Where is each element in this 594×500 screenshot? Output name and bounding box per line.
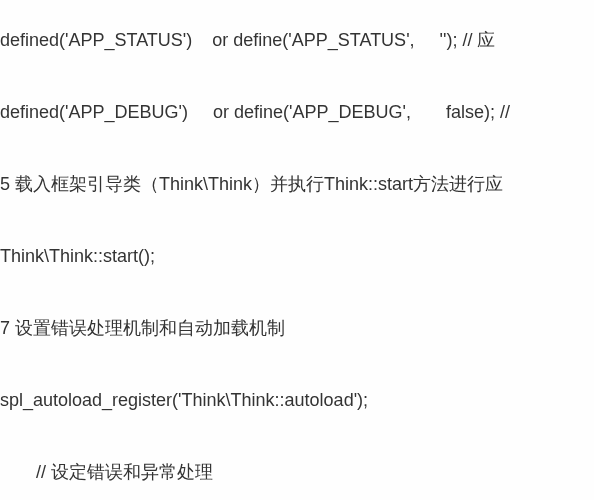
code-comment-line: 7 设置错误处理机制和自动加载机制 — [0, 315, 594, 342]
code-line: Think\Think::start(); — [0, 243, 594, 270]
code-comment-line: 5 载入框架引导类（Think\Think）并执行Think::start方法进… — [0, 171, 594, 198]
code-line: defined('APP_STATUS') or define('APP_STA… — [0, 27, 594, 54]
code-comment-line: // 设定错误和异常处理 — [0, 459, 594, 486]
code-line: defined('APP_DEBUG') or define('APP_DEBU… — [0, 99, 594, 126]
code-snippet: defined('APP_STATUS') or define('APP_STA… — [0, 0, 594, 500]
code-line: spl_autoload_register('Think\Think::auto… — [0, 387, 594, 414]
